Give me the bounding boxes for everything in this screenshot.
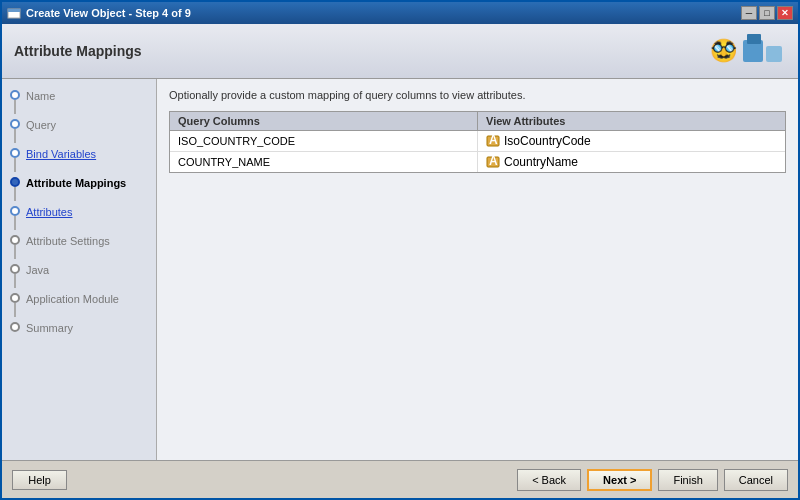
main-window: Create View Object - Step 4 of 9 ─ □ ✕ A… bbox=[0, 0, 800, 500]
table-header: Query Columns View Attributes bbox=[170, 112, 785, 131]
header-decoration: 🥸 bbox=[710, 32, 786, 70]
title-buttons: ─ □ ✕ bbox=[741, 6, 793, 20]
step-visual-java bbox=[10, 261, 20, 288]
page-title: Attribute Mappings bbox=[14, 43, 142, 59]
step-circle-bind bbox=[10, 148, 20, 158]
sidebar-item-attributes[interactable]: Attributes bbox=[2, 203, 156, 230]
next-button[interactable]: Next > bbox=[587, 469, 652, 491]
attribute-icon-1: A bbox=[486, 155, 500, 169]
close-button[interactable]: ✕ bbox=[777, 6, 793, 20]
footer-right: < Back Next > Finish Cancel bbox=[517, 469, 788, 491]
step-line-name bbox=[14, 100, 16, 114]
sidebar-item-summary: Summary bbox=[2, 319, 156, 338]
svg-text:A: A bbox=[489, 134, 498, 147]
step-line-java bbox=[14, 274, 16, 288]
table-cell-view-attr-1: A CountryName bbox=[478, 152, 785, 172]
svg-rect-4 bbox=[747, 34, 761, 44]
view-attr-value-1: CountryName bbox=[504, 155, 578, 169]
step-circle-mappings bbox=[10, 177, 20, 187]
sidebar-item-attribute-settings: Attribute Settings bbox=[2, 232, 156, 259]
title-bar-left: Create View Object - Step 4 of 9 bbox=[7, 6, 191, 20]
step-label-query: Query bbox=[26, 116, 56, 135]
step-visual-mappings bbox=[10, 174, 20, 201]
back-button[interactable]: < Back bbox=[517, 469, 581, 491]
step-label-attributes[interactable]: Attributes bbox=[26, 203, 72, 222]
step-circle-java bbox=[10, 264, 20, 274]
maximize-button[interactable]: □ bbox=[759, 6, 775, 20]
view-attr-value-0: IsoCountryCode bbox=[504, 134, 591, 148]
attribute-icon-0: A bbox=[486, 134, 500, 148]
glasses-icon: 🥸 bbox=[710, 38, 737, 64]
window-title: Create View Object - Step 4 of 9 bbox=[26, 7, 191, 19]
minimize-button[interactable]: ─ bbox=[741, 6, 757, 20]
step-label-java: Java bbox=[26, 261, 49, 280]
step-line-appmodule bbox=[14, 303, 16, 317]
step-label-application-module: Application Module bbox=[26, 290, 119, 309]
sidebar-item-name[interactable]: Name bbox=[2, 87, 156, 114]
step-visual-bind bbox=[10, 145, 20, 172]
step-visual-attributes bbox=[10, 203, 20, 230]
column-header-query: Query Columns bbox=[170, 112, 478, 130]
step-circle-attributes bbox=[10, 206, 20, 216]
svg-text:A: A bbox=[489, 155, 498, 168]
finish-button[interactable]: Finish bbox=[658, 469, 717, 491]
footer: Help < Back Next > Finish Cancel bbox=[2, 460, 798, 498]
step-label-attribute-settings: Attribute Settings bbox=[26, 232, 110, 251]
svg-rect-3 bbox=[766, 46, 782, 62]
right-panel: Optionally provide a custom mapping of q… bbox=[157, 79, 798, 460]
sidebar-item-bind-variables[interactable]: Bind Variables bbox=[2, 145, 156, 172]
step-line-bind bbox=[14, 158, 16, 172]
sidebar-item-application-module: Application Module bbox=[2, 290, 156, 317]
cancel-button[interactable]: Cancel bbox=[724, 469, 788, 491]
content-area: Attribute Mappings 🥸 bbox=[2, 24, 798, 498]
window-icon bbox=[7, 6, 21, 20]
sidebar-item-java: Java bbox=[2, 261, 156, 288]
step-visual-query bbox=[10, 116, 20, 143]
sidebar-item-query[interactable]: Query bbox=[2, 116, 156, 143]
table-row[interactable]: COUNTRY_NAME A CountryName bbox=[170, 152, 785, 172]
step-line-mappings bbox=[14, 187, 16, 201]
table-cell-view-attr-0: A IsoCountryCode bbox=[478, 131, 785, 151]
description: Optionally provide a custom mapping of q… bbox=[169, 89, 786, 101]
sidebar: Name Query Bind Variables bbox=[2, 79, 157, 460]
column-header-view: View Attributes bbox=[478, 112, 785, 130]
step-line-attributes bbox=[14, 216, 16, 230]
step-circle-name bbox=[10, 90, 20, 100]
table-cell-query-col-1: COUNTRY_NAME bbox=[170, 152, 478, 172]
table-row[interactable]: ISO_COUNTRY_CODE A IsoCountryCode bbox=[170, 131, 785, 152]
step-label-bind-variables[interactable]: Bind Variables bbox=[26, 145, 96, 164]
step-circle-summary bbox=[10, 322, 20, 332]
step-circle-appmodule bbox=[10, 293, 20, 303]
mapping-table: Query Columns View Attributes ISO_COUNTR… bbox=[169, 111, 786, 173]
step-label-attribute-mappings: Attribute Mappings bbox=[26, 174, 126, 193]
step-label-summary: Summary bbox=[26, 319, 73, 338]
table-cell-query-col-0: ISO_COUNTRY_CODE bbox=[170, 131, 478, 151]
header-graphic bbox=[741, 32, 786, 70]
step-line-query bbox=[14, 129, 16, 143]
step-label-name: Name bbox=[26, 87, 55, 106]
step-line-attr-settings bbox=[14, 245, 16, 259]
step-visual-attr-settings bbox=[10, 232, 20, 259]
title-bar: Create View Object - Step 4 of 9 ─ □ ✕ bbox=[2, 2, 798, 24]
main-body: Name Query Bind Variables bbox=[2, 79, 798, 460]
page-header: Attribute Mappings 🥸 bbox=[2, 24, 798, 79]
step-circle-attr-settings bbox=[10, 235, 20, 245]
sidebar-item-attribute-mappings: Attribute Mappings bbox=[2, 174, 156, 201]
help-button[interactable]: Help bbox=[12, 470, 67, 490]
step-visual-appmodule bbox=[10, 290, 20, 317]
step-visual-name bbox=[10, 87, 20, 114]
step-circle-query bbox=[10, 119, 20, 129]
svg-rect-1 bbox=[8, 9, 20, 12]
step-visual-summary bbox=[10, 319, 20, 332]
